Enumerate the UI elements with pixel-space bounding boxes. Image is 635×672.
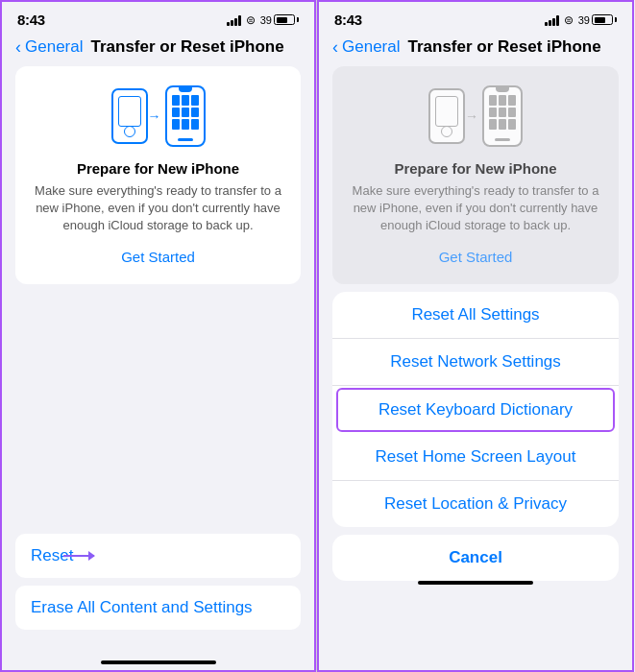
chevron-left-icon: ‹ [15,38,21,56]
cancel-button[interactable]: Cancel [332,535,619,581]
prepare-card-left: → Prepare for New iPhone Make sure every… [15,66,301,284]
battery-icon-left: 39 [260,14,299,26]
page-title-left: Transfer or Reset iPhone [90,37,283,57]
arrow-icon: → [148,108,161,124]
time-right: 8:43 [334,12,362,28]
action-reset-location-privacy[interactable]: Reset Location & Privacy [332,481,619,527]
battery-icon-right: 39 [578,14,617,26]
purple-arrow-icon [63,555,94,557]
chevron-left-icon-right: ‹ [332,38,338,56]
back-label-left: General [25,37,83,57]
left-panel: 8:43 ⊜ 39 ‹ General Transfer or Reset [0,0,317,672]
right-panel: 8:43 ⊜ 39 ‹ General Transfer or Reset [317,0,634,672]
action-reset-home-screen[interactable]: Reset Home Screen Layout [332,434,619,481]
old-phone-icon [111,88,148,144]
card-desc-left: Make sure everything's ready to transfer… [31,182,285,235]
battery-pct-left: 39 [260,14,272,26]
back-label-right: General [342,37,400,57]
wifi-icon-right: ⊜ [564,13,574,27]
get-started-link-left[interactable]: Get Started [121,249,195,265]
new-phone-icon [165,85,206,147]
battery-pct-right: 39 [578,14,590,26]
action-reset-keyboard-dictionary[interactable]: Reset Keyboard Dictionary [336,388,615,432]
home-indicator-left [101,660,216,664]
nav-bar-left: ‹ General Transfer or Reset iPhone [0,34,316,66]
reset-button-left[interactable]: Reset [15,534,301,578]
back-button-right[interactable]: ‹ General [332,37,400,57]
bottom-section-left: Reset Erase All Content and Settings [0,534,316,660]
arrow-icon-right: → [465,108,478,124]
get-started-link-right[interactable]: Get Started [439,249,513,265]
erase-label-left: Erase All Content and Settings [31,598,253,616]
illustration-left: → [111,85,206,147]
time-left: 8:43 [17,12,45,28]
status-bar-left: 8:43 ⊜ 39 [0,0,316,34]
arrow-annotation [63,555,94,557]
status-bar-right: 8:43 ⊜ 39 [317,0,634,34]
status-icons-left: ⊜ 39 [227,13,299,27]
new-phone-icon-right [482,85,523,147]
signal-icon-left [227,14,241,26]
card-title-right: Prepare for New iPhone [394,160,556,177]
erase-button-left[interactable]: Erase All Content and Settings [15,586,301,630]
nav-bar-right: ‹ General Transfer or Reset iPhone [317,34,634,66]
status-icons-right: ⊜ 39 [545,13,617,27]
page-title-right: Transfer or Reset iPhone [407,37,600,57]
home-indicator-right [418,581,533,585]
wifi-icon-left: ⊜ [246,13,256,27]
action-reset-network-settings[interactable]: Reset Network Settings [332,339,619,386]
prepare-card-right: → Prepare for New iPhone Make sure every… [332,66,619,284]
action-reset-all-settings[interactable]: Reset All Settings [332,292,619,339]
signal-icon-right [545,14,559,26]
action-sheet: Reset All Settings Reset Network Setting… [332,292,619,527]
card-title-left: Prepare for New iPhone [77,160,239,177]
card-desc-right: Make sure everything's ready to transfer… [348,182,603,235]
illustration-right: → [428,85,523,147]
back-button-left[interactable]: ‹ General [15,37,83,57]
old-phone-icon-right [428,88,465,144]
